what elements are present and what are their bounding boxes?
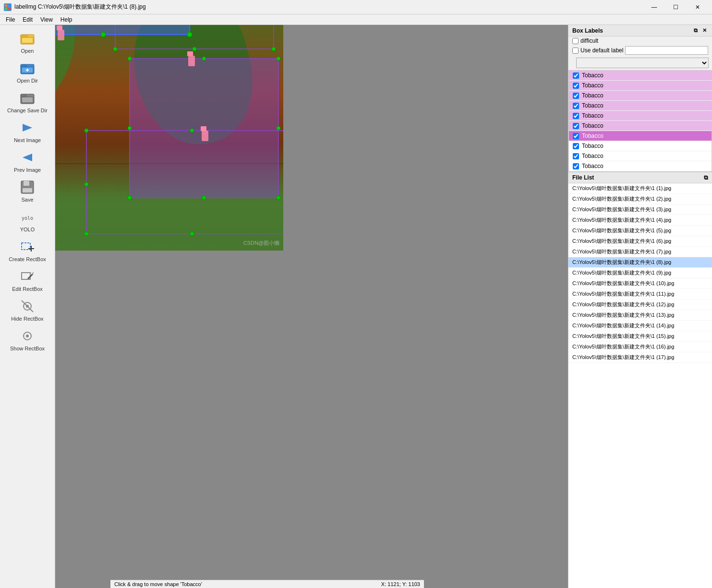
svg-rect-19 <box>23 188 32 192</box>
label-checkbox[interactable] <box>573 113 579 119</box>
label-text: Tobacco <box>582 82 603 89</box>
open-dir-icon <box>19 60 36 77</box>
label-text: Tobacco <box>582 143 603 149</box>
save-button[interactable]: Save <box>3 176 51 205</box>
label-list-item[interactable]: Tobacco <box>569 161 712 171</box>
label-text: Tobacco <box>582 112 603 119</box>
canvas-area[interactable]: II-13 <box>55 25 568 588</box>
use-default-label-row: Use default label <box>568 45 712 56</box>
label-checkbox[interactable] <box>573 143 579 149</box>
create-rectbox-button[interactable]: Create RectBox <box>3 236 51 264</box>
svg-rect-6 <box>22 37 33 43</box>
file-list-item[interactable]: C:\Yolov5\烟叶数据集\新建文件夹\1 (12).jpg <box>568 300 712 310</box>
toolbar: Open Open Dir <box>0 25 55 588</box>
label-checkbox[interactable] <box>573 163 579 169</box>
file-list-item[interactable]: C:\Yolov5\烟叶数据集\新建文件夹\1 (6).jpg <box>568 236 712 247</box>
next-image-icon <box>19 119 36 136</box>
open-button[interactable]: Open <box>3 27 51 56</box>
file-list-panel: File List ⧉ C:\Yolov5\烟叶数据集\新建文件夹\1 (1).… <box>568 172 712 588</box>
file-list-item[interactable]: C:\Yolov5\烟叶数据集\新建文件夹\1 (11).jpg <box>568 289 712 300</box>
show-rectbox-label: Show RectBox <box>10 346 45 351</box>
label-list-item[interactable]: Tobacco <box>569 121 712 131</box>
status-left: Click & drag to move shape 'Tobacco' <box>114 581 202 587</box>
save-icon <box>19 179 36 196</box>
file-list-item[interactable]: C:\Yolov5\烟叶数据集\新建文件夹\1 (2).jpg <box>568 194 712 204</box>
menu-view[interactable]: View <box>36 15 57 24</box>
label-list-item[interactable]: Tobacco <box>569 141 712 151</box>
edit-rectbox-icon <box>19 268 36 285</box>
minimize-button[interactable]: — <box>643 0 665 14</box>
edit-rectbox-label: Edit RectBox <box>12 286 43 292</box>
prev-image-button[interactable]: Prev Image <box>3 146 51 175</box>
box-labels-close-btn[interactable]: ✕ <box>701 27 708 34</box>
label-checkbox[interactable] <box>573 93 579 99</box>
svg-marker-16 <box>23 154 32 161</box>
label-list-item[interactable]: Tobacco <box>569 101 712 111</box>
svg-rect-14 <box>22 97 33 103</box>
label-dropdown[interactable]: Tobacco <box>576 58 709 68</box>
label-checkbox[interactable] <box>573 133 579 139</box>
statusbar: Click & drag to move shape 'Tobacco' X: … <box>110 580 424 588</box>
change-save-dir-button[interactable]: Change Save Dir <box>3 87 51 116</box>
status-right: X: 1121; Y: 1103 <box>381 581 420 587</box>
difficult-checkbox[interactable] <box>572 38 579 44</box>
prev-image-label: Prev Image <box>14 167 41 173</box>
file-list-item[interactable]: C:\Yolov5\烟叶数据集\新建文件夹\1 (16).jpg <box>568 342 712 352</box>
file-list-float-btn[interactable]: ⧉ <box>704 174 708 181</box>
label-list-item[interactable]: Tobacco <box>569 81 712 91</box>
label-list-item[interactable]: Tobacco <box>569 71 712 81</box>
file-list-item[interactable]: C:\Yolov5\烟叶数据集\新建文件夹\1 (5).jpg <box>568 226 712 236</box>
file-list-item[interactable]: C:\Yolov5\烟叶数据集\新建文件夹\1 (10).jpg <box>568 278 712 289</box>
label-checkbox[interactable] <box>573 123 579 129</box>
label-text: Tobacco <box>582 92 603 99</box>
file-list-item[interactable]: C:\Yolov5\烟叶数据集\新建文件夹\1 (3).jpg <box>568 204 712 215</box>
box-labels-float-btn[interactable]: ⧉ <box>692 27 699 34</box>
svg-rect-2 <box>5 8 7 10</box>
label-checkbox[interactable] <box>573 83 579 89</box>
difficult-row: difficult <box>568 36 712 45</box>
maximize-button[interactable]: ☐ <box>665 0 687 14</box>
hide-rectbox-label: Hide RectBox <box>11 316 43 322</box>
menu-file[interactable]: File <box>2 15 19 24</box>
file-list-item[interactable]: C:\Yolov5\烟叶数据集\新建文件夹\1 (9).jpg <box>568 268 712 278</box>
file-list-item[interactable]: C:\Yolov5\烟叶数据集\新建文件夹\1 (8).jpg <box>568 257 712 268</box>
close-button[interactable]: ✕ <box>687 0 708 14</box>
file-list-item[interactable]: C:\Yolov5\烟叶数据集\新建文件夹\1 (1).jpg <box>568 183 712 194</box>
file-list-item[interactable]: C:\Yolov5\烟叶数据集\新建文件夹\1 (7).jpg <box>568 247 712 257</box>
svg-marker-15 <box>23 124 32 132</box>
label-list-item[interactable]: Tobacco <box>569 91 712 101</box>
header-controls: ⧉ ✕ <box>692 27 708 34</box>
svg-rect-1 <box>8 4 11 7</box>
menu-help[interactable]: Help <box>57 15 76 24</box>
menu-edit[interactable]: Edit <box>19 15 36 24</box>
next-image-label: Next Image <box>14 137 41 143</box>
file-list-items: C:\Yolov5\烟叶数据集\新建文件夹\1 (1).jpgC:\Yolov5… <box>568 183 712 588</box>
use-default-label-text: Use default label <box>580 47 623 54</box>
use-default-label-checkbox[interactable] <box>572 48 579 54</box>
edit-rectbox-button[interactable]: Edit RectBox <box>3 265 51 294</box>
hide-rectbox-button[interactable]: Hide RectBox <box>3 295 51 324</box>
show-rectbox-button[interactable]: Show RectBox <box>3 325 51 354</box>
label-checkbox[interactable] <box>573 103 579 109</box>
svg-rect-13 <box>21 95 26 96</box>
file-list-item[interactable]: C:\Yolov5\烟叶数据集\新建文件夹\1 (15).jpg <box>568 331 712 342</box>
label-list-item[interactable]: Tobacco <box>569 151 712 161</box>
file-list-item[interactable]: C:\Yolov5\烟叶数据集\新建文件夹\1 (14).jpg <box>568 321 712 331</box>
label-checkbox[interactable] <box>573 72 579 79</box>
file-list-title: File List <box>572 174 594 181</box>
label-checkbox[interactable] <box>573 153 579 159</box>
file-list-item[interactable]: C:\Yolov5\烟叶数据集\新建文件夹\1 (17).jpg <box>568 352 712 363</box>
label-text: Tobacco <box>582 132 603 139</box>
app-icon <box>4 3 12 11</box>
label-list-item[interactable]: Tobacco <box>569 131 712 141</box>
image-container: II-13 <box>55 25 283 251</box>
default-label-input[interactable] <box>625 46 708 55</box>
open-dir-button[interactable]: Open Dir <box>3 57 51 86</box>
file-list-item[interactable]: C:\Yolov5\烟叶数据集\新建文件夹\1 (13).jpg <box>568 310 712 321</box>
label-list-item[interactable]: Tobacco <box>569 111 712 121</box>
yolo-button[interactable]: yolo YOLO <box>3 206 51 235</box>
open-dir-label: Open Dir <box>17 78 38 84</box>
next-image-button[interactable]: Next Image <box>3 117 51 145</box>
titlebar: labelImg C:\Yolov5\烟叶数据集\新建文件夹\1 (8).jpg… <box>0 0 712 14</box>
file-list-item[interactable]: C:\Yolov5\烟叶数据集\新建文件夹\1 (4).jpg <box>568 215 712 226</box>
